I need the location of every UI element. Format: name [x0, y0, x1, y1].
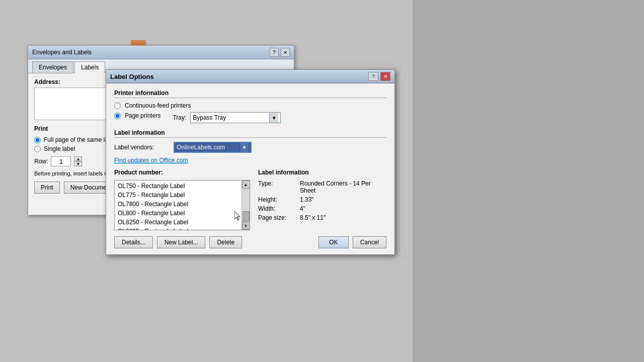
tab-labels[interactable]: Labels: [74, 61, 105, 73]
row-spinner-up[interactable]: ▲: [74, 156, 82, 161]
label-width-key: Width:: [258, 205, 296, 212]
details-button[interactable]: Details...: [114, 236, 153, 248]
label-height-key: Height:: [258, 196, 296, 203]
product-list[interactable]: OL750 - Rectangle Label OL775 - Rectangl…: [114, 180, 250, 230]
list-item[interactable]: OL7800 - Rectangle Label: [115, 200, 250, 209]
lo-help-button[interactable]: ?: [368, 72, 378, 81]
product-label-info-row: Product number: OL750 - Rectangle Label …: [114, 169, 386, 230]
list-item[interactable]: OL750 - Rectangle Label: [115, 182, 250, 191]
lo-body: Printer information Continuous-feed prin…: [106, 83, 394, 254]
label-info-table: Type: Rounded Corners - 14 Per Sheet Hei…: [258, 180, 386, 221]
tab-envelopes[interactable]: Envelopes: [32, 61, 73, 73]
new-label-button[interactable]: New Label...: [157, 236, 206, 248]
print-button[interactable]: Print: [34, 182, 60, 194]
page-printers-label: Page printers: [125, 112, 160, 119]
continuous-feed-label: Continuous-feed printers: [125, 102, 191, 109]
tray-label: Tray:: [173, 114, 186, 121]
list-item[interactable]: OL800 - Rectangle Label: [115, 209, 250, 218]
right-panel: [413, 0, 644, 362]
label-height-val: 1.33": [300, 196, 314, 203]
continuous-feed-radio[interactable]: [114, 103, 121, 109]
envelopes-titlebar: Envelopes and Labels ? ✕: [28, 46, 294, 59]
cancel-button[interactable]: Cancel: [353, 236, 386, 248]
label-info-section: Label information Label vendors: OnlineL…: [114, 129, 386, 164]
label-info-section-label: Label information: [114, 129, 386, 138]
scrollbar-up-button[interactable]: ▲: [242, 180, 250, 189]
printer-info-label: Printer information: [114, 89, 386, 98]
delete-button[interactable]: Delete: [209, 236, 242, 248]
label-info-right-title: Label information: [258, 169, 386, 176]
lo-action-buttons: Details... New Label... Delete OK Cancel: [114, 236, 386, 248]
label-width-val: 4": [300, 205, 305, 212]
list-item[interactable]: OL8325 - Rectangle Label: [115, 227, 250, 230]
page-printers-row: Page printers Tray: Bypass Tray ▼: [114, 112, 386, 123]
vendor-label: Label vendors:: [114, 144, 170, 151]
find-updates-link[interactable]: Find updates on Office.com: [114, 157, 386, 164]
lo-left-buttons: Details... New Label... Delete: [114, 236, 242, 248]
vendor-select[interactable]: OnlineLabels.com ▼: [174, 142, 252, 153]
row-spinner-down[interactable]: ▼: [74, 161, 82, 166]
label-type-val: Rounded Corners - 14 Per Sheet: [300, 180, 386, 194]
label-options-title: Label Options: [110, 73, 154, 80]
envelopes-dialog-title: Envelopes and Labels: [32, 49, 92, 56]
label-type-row: Type: Rounded Corners - 14 Per Sheet: [258, 180, 386, 194]
tray-select-value: Bypass Tray: [193, 114, 269, 121]
list-item[interactable]: OL8250 - Rectangle Label: [115, 218, 250, 227]
single-label-radio[interactable]: [34, 146, 41, 152]
label-info-right: Label information Type: Rounded Corners …: [258, 169, 386, 230]
tray-row: Tray: Bypass Tray ▼: [173, 112, 281, 123]
vendor-dropdown-arrow-icon: ▼: [239, 143, 249, 152]
ok-button[interactable]: OK: [318, 236, 348, 248]
single-label-label: Single label: [44, 145, 75, 152]
row-label: Row:: [34, 158, 48, 165]
label-options-titlebar: Label Options ? ✕: [106, 70, 394, 83]
printer-info-section: Printer information Continuous-feed prin…: [114, 89, 386, 123]
page-printers-radio[interactable]: [114, 113, 121, 119]
label-height-row: Height: 1.33": [258, 196, 386, 203]
continuous-feed-row: Continuous-feed printers: [114, 102, 386, 109]
envelopes-titlebar-buttons: ? ✕: [270, 48, 290, 57]
product-number-label: Product number:: [114, 169, 250, 176]
label-options-dialog: Label Options ? ✕ Printer information Co…: [106, 69, 395, 255]
tray-select[interactable]: Bypass Tray ▼: [190, 112, 281, 123]
row-input[interactable]: [51, 156, 71, 166]
tray-dropdown-arrow-icon: ▼: [269, 113, 278, 123]
label-width-row: Width: 4": [258, 205, 386, 212]
product-list-scrollbar: ▲ ▼: [242, 180, 250, 230]
product-number-section: Product number: OL750 - Rectangle Label …: [114, 169, 250, 230]
product-list-items: OL750 - Rectangle Label OL775 - Rectangl…: [115, 180, 250, 230]
page-printers-input-row: Page printers: [114, 112, 160, 119]
row-spinner: ▲ ▼: [74, 156, 82, 166]
scrollbar-down-button[interactable]: ▼: [242, 222, 250, 230]
vendor-select-value: OnlineLabels.com: [177, 144, 239, 151]
label-pagesize-key: Page size:: [258, 214, 296, 221]
lo-titlebar-btns: ? ✕: [368, 72, 390, 81]
list-item[interactable]: OL775 - Rectangle Label: [115, 191, 250, 200]
full-page-radio[interactable]: [34, 137, 41, 143]
scrollbar-thumb[interactable]: [243, 211, 250, 221]
lo-right-buttons: OK Cancel: [318, 236, 386, 248]
vendor-row: Label vendors: OnlineLabels.com ▼: [114, 142, 386, 153]
envelopes-help-button[interactable]: ?: [270, 48, 279, 57]
lo-close-button[interactable]: ✕: [380, 72, 390, 81]
label-pagesize-val: 8.5" x 11": [300, 214, 326, 221]
scrollbar-track[interactable]: [242, 189, 250, 222]
label-pagesize-row: Page size: 8.5" x 11": [258, 214, 386, 221]
label-type-key: Type:: [258, 180, 296, 194]
envelopes-close-button[interactable]: ✕: [281, 48, 290, 57]
